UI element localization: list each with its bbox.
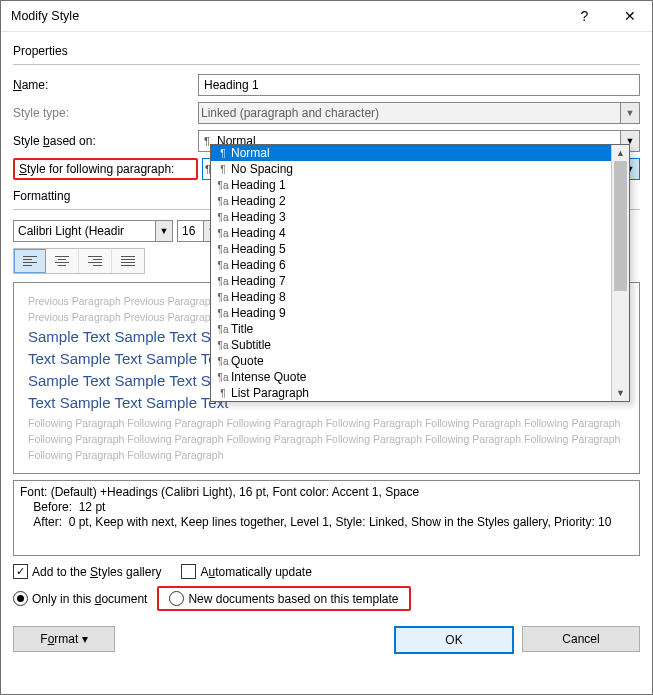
dialog-body: Properties Name: Style type: Linked (par… xyxy=(1,32,652,694)
scroll-thumb[interactable] xyxy=(614,161,627,291)
follow-dropdown-list: ¶Normal¶No Spacing¶aHeading 1¶aHeading 2… xyxy=(210,144,630,402)
paragraph-icon: ¶a xyxy=(215,260,231,271)
chevron-down-icon[interactable]: ▼ xyxy=(155,221,172,241)
follow-label: Style for following paragraph: xyxy=(19,162,174,176)
dropdown-item[interactable]: ¶aHeading 9 xyxy=(211,305,611,321)
ok-button[interactable]: OK xyxy=(394,626,514,654)
scroll-up-icon[interactable]: ▲ xyxy=(612,145,629,161)
align-center-button[interactable] xyxy=(46,249,79,273)
scroll-down-icon[interactable]: ▼ xyxy=(612,385,629,401)
dropdown-item[interactable]: ¶aHeading 6 xyxy=(211,257,611,273)
name-input[interactable] xyxy=(198,74,640,96)
checkbox-icon: ✓ xyxy=(13,564,28,579)
align-left-button[interactable] xyxy=(14,249,46,273)
only-this-document-radio[interactable]: Only in this document xyxy=(13,591,147,606)
dropdown-item[interactable]: ¶aHeading 5 xyxy=(211,241,611,257)
cancel-button[interactable]: Cancel xyxy=(522,626,640,652)
chevron-down-icon: ▼ xyxy=(620,103,639,123)
dropdown-item[interactable]: ¶aTitle xyxy=(211,321,611,337)
name-label: Name: xyxy=(13,78,198,92)
dropdown-item[interactable]: ¶aQuote xyxy=(211,353,611,369)
section-properties: Properties xyxy=(13,44,640,58)
align-right-button[interactable] xyxy=(79,249,112,273)
scrollbar[interactable]: ▲ ▼ xyxy=(611,145,629,401)
dropdown-item[interactable]: ¶aHeading 2 xyxy=(211,193,611,209)
dropdown-item[interactable]: ¶aHeading 4 xyxy=(211,225,611,241)
paragraph-icon: ¶a xyxy=(215,196,231,207)
dropdown-item[interactable]: ¶aHeading 1 xyxy=(211,177,611,193)
add-to-gallery-checkbox[interactable]: ✓ Add to the Styles gallery xyxy=(13,564,161,579)
paragraph-icon: ¶a xyxy=(215,212,231,223)
alignment-group xyxy=(13,248,145,274)
help-button[interactable]: ? xyxy=(562,1,607,31)
paragraph-icon: ¶a xyxy=(215,276,231,287)
dropdown-item[interactable]: ¶No Spacing xyxy=(211,161,611,177)
paragraph-icon: ¶a xyxy=(215,308,231,319)
based-on-label: Style based on: xyxy=(13,134,198,148)
type-label: Style type: xyxy=(13,106,198,120)
description-box: Font: (Default) +Headings (Calibri Light… xyxy=(13,480,640,556)
new-docs-highlight: New documents based on this template xyxy=(157,586,410,611)
radio-icon xyxy=(169,591,184,606)
auto-update-checkbox[interactable]: Automatically update xyxy=(181,564,311,579)
align-justify-button[interactable] xyxy=(112,249,144,273)
paragraph-icon: ¶a xyxy=(215,180,231,191)
dropdown-item[interactable]: ¶Normal xyxy=(211,145,611,161)
paragraph-icon: ¶a xyxy=(215,356,231,367)
dropdown-item[interactable]: ¶aIntense Quote xyxy=(211,369,611,385)
dropdown-item[interactable]: ¶List Paragraph xyxy=(211,385,611,401)
dialog-title: Modify Style xyxy=(11,9,79,23)
modify-style-dialog: Modify Style ? ✕ Properties Name: Style … xyxy=(0,0,653,695)
dropdown-item[interactable]: ¶aHeading 8 xyxy=(211,289,611,305)
paragraph-icon: ¶a xyxy=(215,228,231,239)
close-button[interactable]: ✕ xyxy=(607,1,652,31)
dropdown-item[interactable]: ¶aSubtitle xyxy=(211,337,611,353)
type-select: Linked (paragraph and character) ▼ xyxy=(198,102,640,124)
dropdown-item[interactable]: ¶aHeading 3 xyxy=(211,209,611,225)
checkbox-icon xyxy=(181,564,196,579)
paragraph-icon: ¶a xyxy=(215,244,231,255)
font-select[interactable]: Calibri Light (Headir ▼ xyxy=(13,220,173,242)
paragraph-icon: ¶ xyxy=(215,164,231,175)
paragraph-icon: ¶a xyxy=(215,372,231,383)
paragraph-icon: ¶a xyxy=(215,340,231,351)
dropdown-item[interactable]: ¶aHeading 7 xyxy=(211,273,611,289)
paragraph-icon: ¶ xyxy=(215,148,231,159)
titlebar: Modify Style ? ✕ xyxy=(1,1,652,32)
format-button[interactable]: Format ▾ xyxy=(13,626,115,652)
radio-icon xyxy=(13,591,28,606)
paragraph-icon: ¶a xyxy=(215,292,231,303)
new-documents-radio[interactable]: New documents based on this template xyxy=(169,591,398,606)
paragraph-icon: ¶a xyxy=(215,324,231,335)
follow-label-highlight: Style for following paragraph: xyxy=(13,158,198,180)
paragraph-icon: ¶ xyxy=(215,388,231,399)
